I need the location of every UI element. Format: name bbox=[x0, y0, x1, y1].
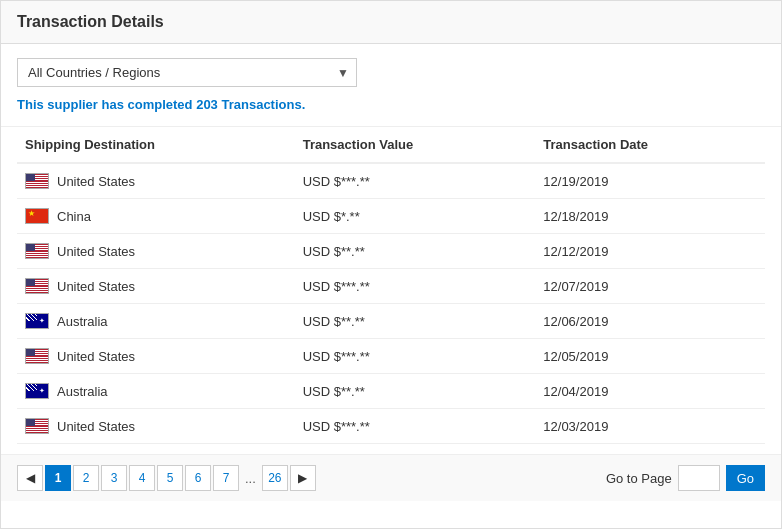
cell-date-3: 12/07/2019 bbox=[535, 269, 765, 304]
transaction-count-prefix: This supplier has completed bbox=[17, 97, 196, 112]
flag-us-icon bbox=[25, 418, 49, 434]
country-dropdown-wrapper: All Countries / RegionsUnited StatesChin… bbox=[17, 58, 357, 87]
flag-us-icon bbox=[25, 278, 49, 294]
cell-country-1: China bbox=[17, 199, 295, 234]
table-section: Shipping Destination Transaction Value T… bbox=[1, 127, 781, 454]
filter-section: All Countries / RegionsUnited StatesChin… bbox=[1, 44, 781, 127]
page-button-6[interactable]: 6 bbox=[185, 465, 211, 491]
page-header: Transaction Details bbox=[1, 1, 781, 44]
cell-country-0: United States bbox=[17, 163, 295, 199]
page-button-2[interactable]: 2 bbox=[73, 465, 99, 491]
country-name: United States bbox=[57, 419, 135, 434]
flag-au-icon bbox=[25, 313, 49, 329]
country-name: China bbox=[57, 209, 91, 224]
transaction-count-number: 203 bbox=[196, 97, 218, 112]
pagination-section: ◀ 1 2 3 4 5 6 7 ... 26 ▶ Go to Page Go bbox=[1, 454, 781, 501]
table-header: Shipping Destination Transaction Value T… bbox=[17, 127, 765, 163]
table-row: AustraliaUSD $**.**12/04/2019 bbox=[17, 374, 765, 409]
table-row: United StatesUSD $***.**12/19/2019 bbox=[17, 163, 765, 199]
cell-country-7: United States bbox=[17, 409, 295, 444]
country-name: United States bbox=[57, 279, 135, 294]
page-button-1[interactable]: 1 bbox=[45, 465, 71, 491]
cell-country-4: Australia bbox=[17, 304, 295, 339]
page-button-7[interactable]: 7 bbox=[213, 465, 239, 491]
filter-row: All Countries / RegionsUnited StatesChin… bbox=[17, 58, 765, 87]
cell-value-6: USD $**.** bbox=[295, 374, 536, 409]
cell-value-4: USD $**.** bbox=[295, 304, 536, 339]
page-button-3[interactable]: 3 bbox=[101, 465, 127, 491]
table-row: AustraliaUSD $**.**12/06/2019 bbox=[17, 304, 765, 339]
transaction-count-suffix: Transactions. bbox=[218, 97, 305, 112]
table-row: United StatesUSD $***.**12/07/2019 bbox=[17, 269, 765, 304]
table-row: United StatesUSD $***.**12/05/2019 bbox=[17, 339, 765, 374]
country-name: Australia bbox=[57, 314, 108, 329]
cell-value-2: USD $**.** bbox=[295, 234, 536, 269]
next-page-button[interactable]: ▶ bbox=[290, 465, 316, 491]
flag-cn-icon bbox=[25, 208, 49, 224]
cell-value-0: USD $***.** bbox=[295, 163, 536, 199]
flag-au-icon bbox=[25, 383, 49, 399]
flag-us-icon bbox=[25, 243, 49, 259]
goto-input[interactable] bbox=[678, 465, 720, 491]
cell-date-2: 12/12/2019 bbox=[535, 234, 765, 269]
cell-country-5: United States bbox=[17, 339, 295, 374]
page-button-26[interactable]: 26 bbox=[262, 465, 288, 491]
page-button-4[interactable]: 4 bbox=[129, 465, 155, 491]
cell-country-6: Australia bbox=[17, 374, 295, 409]
cell-value-5: USD $***.** bbox=[295, 339, 536, 374]
goto-button[interactable]: Go bbox=[726, 465, 765, 491]
table-header-row: Shipping Destination Transaction Value T… bbox=[17, 127, 765, 163]
country-name: United States bbox=[57, 349, 135, 364]
page-title: Transaction Details bbox=[17, 13, 765, 31]
cell-date-5: 12/05/2019 bbox=[535, 339, 765, 374]
table-row: United StatesUSD $***.**12/03/2019 bbox=[17, 409, 765, 444]
goto-label: Go to Page bbox=[606, 471, 672, 486]
cell-date-0: 12/19/2019 bbox=[535, 163, 765, 199]
country-name: Australia bbox=[57, 384, 108, 399]
cell-date-4: 12/06/2019 bbox=[535, 304, 765, 339]
col-transaction-value: Transaction Value bbox=[295, 127, 536, 163]
pagination: ◀ 1 2 3 4 5 6 7 ... 26 ▶ bbox=[17, 465, 316, 491]
cell-value-3: USD $***.** bbox=[295, 269, 536, 304]
table-row: ChinaUSD $*.**12/18/2019 bbox=[17, 199, 765, 234]
page-button-5[interactable]: 5 bbox=[157, 465, 183, 491]
flag-us-icon bbox=[25, 173, 49, 189]
flag-us-icon bbox=[25, 348, 49, 364]
country-name: United States bbox=[57, 174, 135, 189]
table-row: United StatesUSD $**.**12/12/2019 bbox=[17, 234, 765, 269]
goto-section: Go to Page Go bbox=[606, 465, 765, 491]
transaction-count-text: This supplier has completed 203 Transact… bbox=[17, 97, 765, 112]
cell-date-7: 12/03/2019 bbox=[535, 409, 765, 444]
col-shipping-destination: Shipping Destination bbox=[17, 127, 295, 163]
pagination-ellipsis: ... bbox=[241, 471, 260, 486]
country-name: United States bbox=[57, 244, 135, 259]
cell-country-2: United States bbox=[17, 234, 295, 269]
table-body: United StatesUSD $***.**12/19/2019ChinaU… bbox=[17, 163, 765, 444]
cell-country-3: United States bbox=[17, 269, 295, 304]
cell-value-7: USD $***.** bbox=[295, 409, 536, 444]
transactions-table: Shipping Destination Transaction Value T… bbox=[17, 127, 765, 444]
cell-date-1: 12/18/2019 bbox=[535, 199, 765, 234]
cell-value-1: USD $*.** bbox=[295, 199, 536, 234]
col-transaction-date: Transaction Date bbox=[535, 127, 765, 163]
prev-page-button[interactable]: ◀ bbox=[17, 465, 43, 491]
country-region-dropdown[interactable]: All Countries / RegionsUnited StatesChin… bbox=[17, 58, 357, 87]
cell-date-6: 12/04/2019 bbox=[535, 374, 765, 409]
page-container: Transaction Details All Countries / Regi… bbox=[0, 0, 782, 529]
